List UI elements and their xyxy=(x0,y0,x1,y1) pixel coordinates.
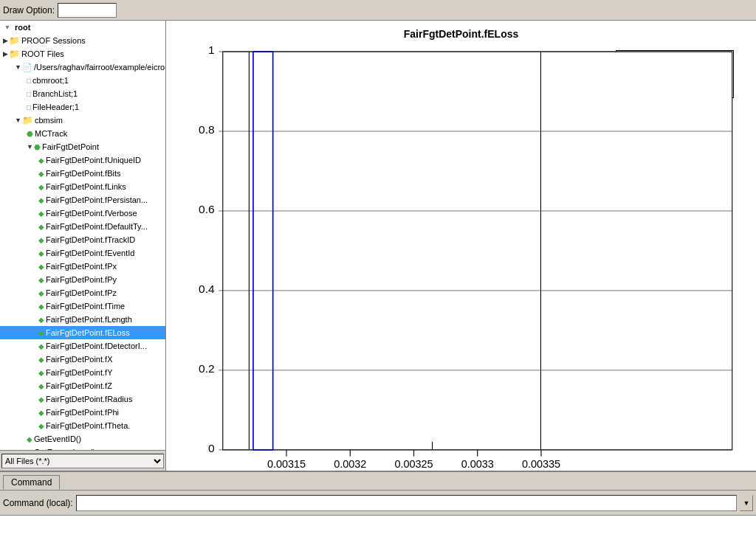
tree-item[interactable]: ◆FairFgtDetPoint.fRadius xyxy=(0,392,165,406)
tree-item[interactable]: ◆FairFgtDetPoint.fDetectorI... xyxy=(0,339,165,353)
tree-item[interactable]: ◆FairFgtDetPoint.fLength xyxy=(0,313,165,326)
command-tab[interactable]: Command xyxy=(3,475,60,490)
tree-item[interactable]: □FileHeader;1 xyxy=(0,100,165,114)
command-dropdown-btn[interactable]: ▼ xyxy=(740,495,753,511)
tree-item[interactable]: ▼📄/Users/raghav/fairroot/example/eicroot… xyxy=(0,60,165,74)
tree-item[interactable]: ◆FairFgtDetPoint.fBits xyxy=(0,167,165,180)
tree-item[interactable]: ⬣MCTrack xyxy=(0,127,165,140)
draw-option-label: Draw Option: xyxy=(3,5,55,15)
main-area: ▼root▶📁PROOF Sessions▶📁ROOT Files▼📄/User… xyxy=(0,21,756,471)
tree-item[interactable]: ◆FairFgtDetPoint.fTrackID xyxy=(0,233,165,246)
tree-item[interactable]: ◆FairFgtDetPoint.fX xyxy=(0,353,165,366)
tree-item[interactable]: ◆FairFgtDetPoint.fZ xyxy=(0,379,165,392)
toolbar: Draw Option: xyxy=(0,0,756,21)
svg-text:0.0033: 0.0033 xyxy=(461,458,494,470)
tree-item[interactable]: ◆GetEventID() xyxy=(0,432,165,446)
tree-item[interactable]: ◆FairFgtDetPoint.fVerbose xyxy=(0,207,165,220)
file-filter: All Files (*.*) xyxy=(0,450,165,471)
tree-item[interactable]: □cbmroot;1 xyxy=(0,74,165,87)
tree-item[interactable]: ▶📁ROOT Files xyxy=(0,47,165,60)
tree-item[interactable]: ◆FairFgtDetPoint.fTheta. xyxy=(0,419,165,432)
svg-text:0: 0 xyxy=(208,442,215,454)
tree-item[interactable]: ◆FairFgtDetPoint.fPz xyxy=(0,286,165,299)
chart-title: FairFgtDetPoint.fELoss xyxy=(173,28,749,40)
tree-item[interactable]: ▶📁PROOF Sessions xyxy=(0,34,165,47)
svg-text:0.0032: 0.0032 xyxy=(334,458,366,470)
tree-item[interactable]: ◆FairFgtDetPoint.fLinks xyxy=(0,180,165,193)
command-panel: Command (local): ▼ xyxy=(0,490,756,515)
svg-text:1: 1 xyxy=(208,44,215,56)
svg-text:0.8: 0.8 xyxy=(199,123,215,136)
tree-item[interactable]: ◆FairFgtDetPoint.fPy xyxy=(0,273,165,286)
tree-item[interactable]: ◆FairFgtDetPoint.fELoss xyxy=(0,326,165,339)
svg-text:0.4: 0.4 xyxy=(199,283,215,295)
tree-item[interactable]: □BranchList;1 xyxy=(0,87,165,100)
tree-item[interactable]: ◆FairFgtDetPoint.fPx xyxy=(0,260,165,273)
tab-bar: Command xyxy=(0,472,756,490)
bottom-area: Command Command (local): ▼ xyxy=(0,471,756,537)
tree-item[interactable]: ◆FairFgtDetPoint.fTime xyxy=(0,299,165,313)
lower-input-area xyxy=(0,515,756,537)
chart-svg: 0 0.2 0.4 0.6 0.8 1 xyxy=(173,44,749,471)
left-panel: ▼root▶📁PROOF Sessions▶📁ROOT Files▼📄/User… xyxy=(0,21,166,471)
svg-rect-0 xyxy=(223,52,732,450)
svg-text:0.00325: 0.00325 xyxy=(394,458,433,470)
tree-item[interactable]: ◆FairFgtDetPoint.fDefaultTy... xyxy=(0,220,165,233)
tree-root[interactable]: ▼root xyxy=(0,21,165,34)
tree-item[interactable]: ▼📁cbmsim xyxy=(0,114,165,127)
tree-item[interactable]: ◆FairFgtDetPoint.fPhi xyxy=(0,406,165,419)
right-panel: FairFgtDetPoint.fELoss htemp Entries 2 M… xyxy=(166,21,756,471)
draw-option-input[interactable] xyxy=(58,3,117,18)
command-local-label: Command (local): xyxy=(3,498,73,508)
tree-item[interactable]: ◆FairFgtDetPoint.fY xyxy=(0,366,165,379)
left-panel-wrapper: ▼root▶📁PROOF Sessions▶📁ROOT Files▼📄/User… xyxy=(0,21,166,471)
tree-item[interactable]: ◆FairFgtDetPoint.fUniqueID xyxy=(0,153,165,167)
svg-text:0.00335: 0.00335 xyxy=(522,458,560,470)
file-tree[interactable]: ▼root▶📁PROOF Sessions▶📁ROOT Files▼📄/User… xyxy=(0,21,165,450)
command-input[interactable] xyxy=(76,495,737,511)
svg-text:0.00315: 0.00315 xyxy=(267,458,306,470)
svg-text:0.2: 0.2 xyxy=(199,362,215,375)
chart-canvas: 0 0.2 0.4 0.6 0.8 1 xyxy=(173,44,749,471)
tree-item[interactable]: ◆FairFgtDetPoint.fPersistan... xyxy=(0,193,165,207)
tree-item[interactable]: ◆FairFgtDetPoint.fEventId xyxy=(0,246,165,260)
svg-text:0.6: 0.6 xyxy=(199,203,215,215)
file-filter-select[interactable]: All Files (*.*) xyxy=(1,454,164,468)
chart-area: FairFgtDetPoint.fELoss htemp Entries 2 M… xyxy=(166,21,756,471)
tree-item[interactable]: ▼⬣FairFgtDetPoint xyxy=(0,140,165,153)
